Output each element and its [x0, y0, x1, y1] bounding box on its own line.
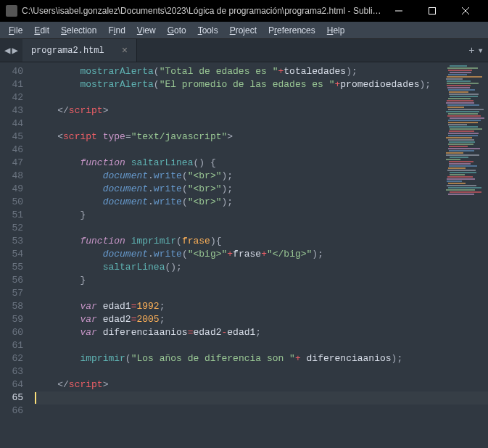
- line-number: 47: [0, 157, 23, 170]
- code-line[interactable]: [35, 391, 488, 405]
- gutter: 4041424344454647484950515253545556575859…: [0, 62, 29, 448]
- minimize-button[interactable]: [382, 0, 415, 22]
- menu-tools[interactable]: Tools: [192, 24, 224, 37]
- code-line[interactable]: [35, 222, 488, 235]
- line-number: 48: [0, 170, 23, 183]
- menu-view[interactable]: View: [131, 24, 162, 37]
- tab-label: programa2.html: [31, 46, 104, 56]
- tab-overflow-icon[interactable]: ▾: [478, 44, 484, 57]
- line-number: 56: [0, 274, 23, 287]
- titlebar: C:\Users\isabel.gonzalez\Documents\2023\…: [0, 0, 488, 22]
- menu-file[interactable]: File: [3, 24, 28, 37]
- nav-back-icon[interactable]: ◀: [4, 44, 10, 57]
- line-number: 58: [0, 300, 23, 313]
- line-number: 42: [0, 91, 23, 104]
- menu-edit[interactable]: Edit: [28, 24, 55, 37]
- line-number: 65: [0, 391, 23, 405]
- code-line[interactable]: imprimir("Los años de diferencia son "+ …: [35, 352, 488, 365]
- tabstrip: ◀ ▶ programa2.html × + ▾: [0, 39, 488, 62]
- code-line[interactable]: document.write("<br>");: [35, 183, 488, 196]
- editor[interactable]: 4041424344454647484950515253545556575859…: [0, 62, 488, 448]
- line-number: 50: [0, 196, 23, 209]
- menu-preferences[interactable]: Preferences: [262, 24, 321, 37]
- line-number: 62: [0, 352, 23, 365]
- menu-selection[interactable]: Selection: [55, 24, 102, 37]
- line-number: 53: [0, 235, 23, 248]
- line-number: 61: [0, 339, 23, 352]
- line-number: 66: [0, 405, 23, 418]
- menu-project[interactable]: Project: [224, 24, 262, 37]
- svg-rect-1: [429, 8, 436, 14]
- code-line[interactable]: }: [35, 274, 488, 287]
- nav-forward-icon[interactable]: ▶: [12, 44, 17, 57]
- tab-programa2[interactable]: programa2.html ×: [22, 39, 137, 62]
- close-button[interactable]: [449, 0, 482, 22]
- code-line[interactable]: <script type="text/javascript">: [35, 130, 488, 144]
- menubar: File Edit Selection Find View Goto Tools…: [0, 22, 488, 39]
- code-line[interactable]: [35, 365, 488, 378]
- code-line[interactable]: saltarLinea();: [35, 261, 488, 274]
- line-number: 64: [0, 378, 23, 391]
- line-number: 45: [0, 130, 23, 144]
- code-line[interactable]: [35, 287, 488, 300]
- menu-find[interactable]: Find: [102, 24, 131, 37]
- app-icon: [6, 5, 17, 17]
- line-number: 63: [0, 365, 23, 378]
- line-number: 55: [0, 261, 23, 274]
- line-number: 60: [0, 326, 23, 339]
- code-line[interactable]: document.write("<br>");: [35, 196, 488, 209]
- code-line[interactable]: [35, 144, 488, 157]
- code-line[interactable]: [35, 339, 488, 352]
- close-icon[interactable]: ×: [122, 45, 128, 57]
- code-area[interactable]: mostrarAlerta("Total de edades es "+tota…: [29, 62, 488, 448]
- code-line[interactable]: function saltarLinea() {: [35, 157, 488, 170]
- code-line[interactable]: var edad2=2005;: [35, 313, 488, 326]
- line-number: 40: [0, 65, 23, 78]
- code-line[interactable]: </script>: [35, 378, 488, 391]
- code-line[interactable]: var diferenciaanios=edad2-edad1;: [35, 326, 488, 339]
- minimap[interactable]: [446, 65, 482, 210]
- maximize-button[interactable]: [415, 0, 449, 22]
- line-number: 59: [0, 313, 23, 326]
- line-number: 49: [0, 183, 23, 196]
- line-number: 46: [0, 144, 23, 157]
- code-line[interactable]: var edad1=1992;: [35, 300, 488, 313]
- code-line[interactable]: [35, 405, 488, 418]
- code-line[interactable]: }: [35, 209, 488, 222]
- menu-help[interactable]: Help: [321, 24, 351, 37]
- line-number: 41: [0, 78, 23, 91]
- code-line[interactable]: mostrarAlerta("El promedio de las edades…: [35, 78, 488, 91]
- line-number: 57: [0, 287, 23, 300]
- line-number: 51: [0, 209, 23, 222]
- code-line[interactable]: function imprimir(frase){: [35, 235, 488, 248]
- window-title: C:\Users\isabel.gonzalez\Documents\2023\…: [22, 6, 382, 16]
- line-number: 52: [0, 222, 23, 235]
- code-line[interactable]: </script>: [35, 104, 488, 117]
- code-line[interactable]: [35, 91, 488, 104]
- line-number: 54: [0, 248, 23, 261]
- nav-arrows[interactable]: ◀ ▶: [0, 39, 22, 62]
- line-number: 44: [0, 117, 23, 130]
- new-tab-icon[interactable]: +: [468, 45, 474, 57]
- code-line[interactable]: document.write("<br>");: [35, 170, 488, 183]
- line-number: 43: [0, 104, 23, 117]
- menu-goto[interactable]: Goto: [162, 24, 192, 37]
- code-line[interactable]: [35, 117, 488, 130]
- code-line[interactable]: document.write("<big>"+frase+"</big>");: [35, 248, 488, 261]
- code-line[interactable]: mostrarAlerta("Total de edades es "+tota…: [35, 65, 488, 78]
